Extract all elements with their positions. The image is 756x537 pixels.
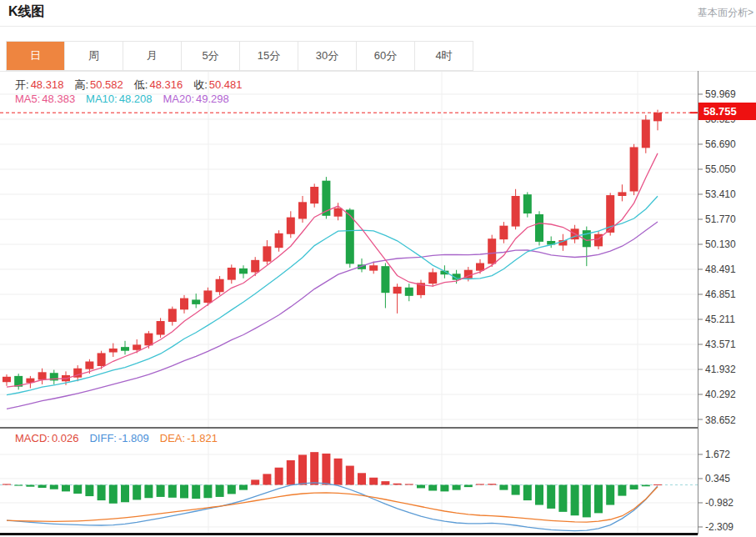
macd-hist-bar [263, 474, 271, 484]
last-price-tag: 58.755 [698, 103, 756, 120]
candle-up [630, 147, 638, 191]
tab-日[interactable]: 日 [7, 42, 65, 70]
kline-page: 59.96958.32956.69055.05053.41051.77050.1… [0, 0, 756, 537]
tab-周[interactable]: 周 [65, 42, 123, 70]
macd-hist-bar [62, 485, 70, 492]
ma5-line [7, 153, 658, 387]
macd-hist-bar [310, 452, 318, 484]
macd-hist-bar [38, 485, 47, 488]
macd-hist-bar [180, 485, 188, 499]
candle-up [512, 196, 520, 227]
candle-up [618, 192, 626, 196]
macd-hist-bar [381, 481, 389, 484]
macd-hist-bar [642, 485, 650, 487]
candle-up [157, 321, 165, 334]
candle-down [121, 347, 129, 351]
macd-hist-bar [216, 485, 224, 497]
macd-hist-bar [523, 485, 532, 501]
macd-item: DEA:-1.821 [160, 432, 218, 444]
tab-15分[interactable]: 15分 [240, 42, 298, 70]
ma20-line [7, 222, 658, 409]
ma-item: MA20:49.298 [163, 93, 228, 105]
axis-tick-label: 0.345 [705, 473, 730, 484]
macd-hist-bar [547, 485, 555, 509]
header-divider [0, 26, 756, 27]
macd-hist-bar [405, 484, 413, 484]
macd-info-bar: MACD:0.026DIFF:-1.809DEA:-1.821 [15, 432, 228, 444]
macd-hist-bar [653, 484, 662, 485]
macd-hist-bar [168, 485, 177, 498]
macd-hist-bar [571, 485, 579, 516]
candle-up [203, 290, 212, 303]
macd-hist-bar [275, 468, 283, 485]
ohlc-item: 开:48.318 [15, 78, 63, 91]
candle-up [98, 353, 106, 366]
candle-up [133, 344, 141, 349]
candle-up [144, 334, 153, 346]
macd-hist-bar [558, 485, 567, 512]
macd-hist-bar [287, 460, 295, 485]
macd-hist-bar [98, 485, 106, 501]
candle-up [228, 268, 236, 280]
candle-up [287, 218, 295, 234]
candle-up [310, 187, 318, 203]
macd-hist-bar [50, 485, 58, 489]
macd-hist-bar [192, 485, 200, 499]
macd-hist-bar [203, 485, 212, 499]
candle-down [523, 194, 532, 213]
ma-item: MA10:48.208 [86, 93, 152, 105]
axis-tick-label: 51.770 [705, 213, 736, 225]
candle-up [642, 120, 650, 148]
candle-up [38, 372, 47, 379]
candle-up [216, 279, 224, 293]
tab-30分[interactable]: 30分 [298, 42, 357, 70]
candle-up [334, 208, 343, 217]
fundamental-analysis-link[interactable]: 基本面分析> [698, 6, 753, 20]
macd-hist-bar [85, 485, 93, 497]
macd-hist-bar [73, 485, 82, 494]
macd-hist-bar [476, 484, 484, 484]
axis-tick-label: 46.851 [705, 289, 736, 300]
candle-up [488, 238, 496, 263]
period-tabbar: 日周月5分15分30分60分4时 [6, 41, 473, 71]
macd-hist-bar [464, 485, 473, 488]
macd-hist-bar [26, 485, 34, 487]
axis-tick-label: 53.410 [705, 188, 736, 200]
macd-hist-bar [488, 484, 496, 484]
tab-5分[interactable]: 5分 [182, 42, 240, 70]
tab-月[interactable]: 月 [123, 42, 182, 70]
macd-hist-bar [121, 485, 129, 503]
candle-up [499, 226, 508, 239]
macd-hist-bar [346, 466, 354, 485]
macd-hist-bar [298, 454, 307, 484]
axis-tick-label: 38.652 [705, 414, 736, 426]
axis-tick-label: 41.932 [705, 364, 736, 375]
candle-up [180, 299, 188, 310]
macd-hist-bar [157, 485, 165, 497]
ma-item: MA5:48.383 [15, 93, 75, 105]
ma-info-bar: MA5:48.383MA10:48.208MA20:49.298 [15, 93, 240, 105]
tab-4时[interactable]: 4时 [415, 42, 473, 70]
macd-hist-bar [594, 485, 603, 514]
candle-down [239, 268, 248, 274]
candle-up [275, 233, 283, 248]
candle-up [168, 309, 177, 322]
macd-hist-bar [630, 485, 638, 489]
candle-up [653, 113, 662, 121]
axis-tick-label: 45.211 [705, 314, 735, 325]
macd-hist-bar [453, 485, 461, 490]
axis-tick-label: -0.982 [705, 497, 733, 509]
macd-hist-bar [239, 485, 248, 490]
macd-item: DIFF:-1.809 [89, 432, 148, 444]
macd-item: MACD:0.026 [15, 432, 78, 444]
candle-up [251, 260, 259, 273]
macd-hist-bar [228, 485, 236, 494]
tab-60分[interactable]: 60分 [357, 42, 415, 70]
candle-down [192, 299, 200, 304]
axis-tick-label: 48.491 [705, 263, 736, 275]
ohlc-item: 收:50.481 [193, 78, 242, 91]
ohlc-info-bar: 开:48.318高:50.582低:48.316收:50.481 [15, 78, 253, 93]
axis-tick-label: 56.690 [705, 138, 736, 150]
ohlc-item: 高:50.582 [74, 78, 123, 91]
candle-down [535, 214, 543, 242]
